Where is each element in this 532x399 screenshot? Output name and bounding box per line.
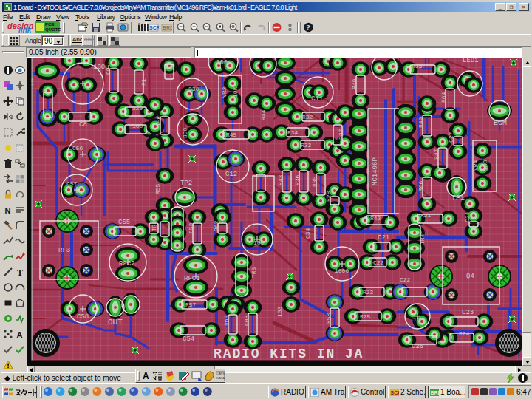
svg-text:SCH: SCH <box>391 390 400 395</box>
svg-text:BRD: BRD <box>431 390 440 395</box>
